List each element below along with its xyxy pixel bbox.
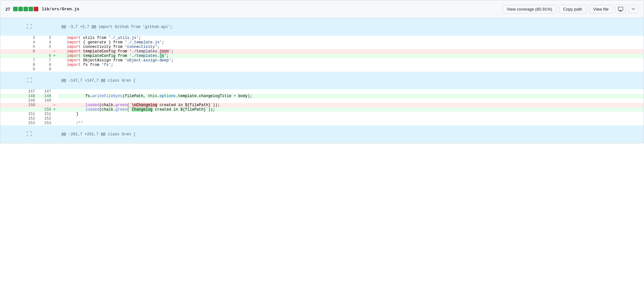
- line-num-old: 147: [0, 89, 35, 94]
- line-code: import utils from './_utils.js';: [58, 36, 644, 40]
- line-sign: [51, 63, 58, 67]
- line-sign: [51, 116, 58, 121]
- table-row: 6 + import templateConfig from './templa…: [0, 54, 644, 58]
- line-sign: [51, 98, 58, 103]
- line-code: import connectivity from 'connectivity';: [58, 45, 644, 49]
- line-num-old: 5: [0, 45, 35, 49]
- hunk-header-text-3: @@ -201,7 +201,7 @@ class Gren {: [35, 125, 644, 143]
- chevron-down-icon: [631, 6, 636, 12]
- file-path: lib/src/Gren.js: [41, 7, 79, 12]
- table-row: 152 152: [0, 116, 644, 121]
- display-icon: [618, 6, 623, 12]
- line-code: loaded(chalk.green(`Changelog created in…: [58, 107, 644, 112]
- line-code: loaded(chalk.green(`\nChangelog created …: [58, 103, 644, 107]
- table-row: 6 - import templateConfig from './templa…: [0, 49, 644, 54]
- display-mode-button[interactable]: [615, 5, 626, 14]
- table-row: 150 - loaded(chalk.green(`\nChangelog cr…: [0, 103, 644, 107]
- view-file-button[interactable]: View file: [589, 5, 613, 14]
- hunk-header-2: ⛶ @@ -147,7 +147,7 @@ class Gren {: [0, 72, 644, 89]
- line-num-old: 148: [0, 94, 35, 98]
- line-sign: -: [51, 103, 58, 107]
- hunk-header-3: ⛶ @@ -201,7 +201,7 @@ class Gren {: [0, 125, 644, 143]
- file-header-right: View coverage (80.91%) Copy path View fi…: [502, 5, 639, 14]
- file-header-left: 27 lib/src/Gren.js: [5, 7, 79, 12]
- line-code: fs.writeFileSync(filePath, this.options.…: [58, 94, 644, 98]
- line-num-old: 153: [0, 121, 35, 125]
- copy-path-button[interactable]: Copy path: [559, 5, 586, 14]
- table-row: 5 5 import connectivity from 'connectivi…: [0, 45, 644, 49]
- line-num-new: 151: [35, 112, 51, 116]
- line-num-new: 8: [35, 63, 51, 67]
- view-coverage-button[interactable]: View coverage (80.91%): [502, 5, 556, 14]
- line-num-old: 151: [0, 112, 35, 116]
- line-num-old: 4: [0, 40, 35, 45]
- line-num-new: 9: [35, 67, 51, 72]
- line-sign: +: [51, 54, 58, 58]
- coverage-dot-3: [23, 7, 28, 11]
- table-row: 9 9: [0, 67, 644, 72]
- table-row: 151 151 }: [0, 112, 644, 116]
- line-num-old: 9: [0, 67, 35, 72]
- hunk-expand-icon-1[interactable]: ⛶: [0, 18, 35, 36]
- line-code: [58, 116, 644, 121]
- line-code: import { generate } from './_template.js…: [58, 40, 644, 45]
- hunk-header-1: ⛶ @@ -3,7 +3,7 @@ import Github from 'gi…: [0, 18, 644, 36]
- table-row: 149 149: [0, 98, 644, 103]
- line-code: [58, 89, 644, 94]
- line-num-new: 150: [35, 107, 51, 112]
- line-sign: +: [51, 107, 58, 112]
- line-num-old: 149: [0, 98, 35, 103]
- line-code: [58, 67, 644, 72]
- line-sign: [51, 89, 58, 94]
- hunk-header-text-1: @@ -3,7 +3,7 @@ import Github from 'gith…: [35, 18, 644, 36]
- line-code: import templateConfig from './templates.…: [58, 54, 644, 58]
- table-row: 147 147: [0, 89, 644, 94]
- coverage-dot-2: [18, 7, 23, 11]
- line-sign: [51, 67, 58, 72]
- table-row: 3 3 import utils from './_utils.js';: [0, 36, 644, 40]
- line-num-new: 3: [35, 36, 51, 40]
- hunk-expand-icon-3[interactable]: ⛶: [0, 125, 35, 143]
- expand-collapse-button[interactable]: [628, 5, 639, 14]
- line-num-new: 152: [35, 116, 51, 121]
- line-num-new: 149: [35, 98, 51, 103]
- line-sign: [51, 112, 58, 116]
- line-sign: [51, 121, 58, 125]
- table-row: 8 8 import fs from 'fs';: [0, 63, 644, 67]
- table-row: 7 7 import ObjectAssign from 'object-ass…: [0, 58, 644, 63]
- line-code: /**: [58, 121, 644, 125]
- table-row: 150 + loaded(chalk.green(`Changelog crea…: [0, 107, 644, 112]
- coverage-dots: [13, 7, 38, 11]
- line-num-old: [0, 107, 35, 112]
- line-num-new: 147: [35, 89, 51, 94]
- line-num-old: 3: [0, 36, 35, 40]
- line-sign: [51, 94, 58, 98]
- table-row: 4 4 import { generate } from './_templat…: [0, 40, 644, 45]
- change-count: 27: [5, 7, 10, 12]
- line-sign: [51, 36, 58, 40]
- line-num-new: 4: [35, 40, 51, 45]
- hunk-expand-icon-2[interactable]: ⛶: [0, 72, 35, 89]
- line-num-old: 8: [0, 63, 35, 67]
- line-num-old: 6: [0, 49, 35, 54]
- line-sign: [51, 40, 58, 45]
- line-num-new: 6: [35, 54, 51, 58]
- table-row: 153 153 /**: [0, 121, 644, 125]
- line-num-old: 152: [0, 116, 35, 121]
- table-row: 148 148 fs.writeFileSync(filePath, this.…: [0, 94, 644, 98]
- line-sign: -: [51, 49, 58, 54]
- line-num-new: 7: [35, 58, 51, 63]
- line-num-old: 150: [0, 103, 35, 107]
- coverage-dot-1: [13, 7, 18, 11]
- file-header: 27 lib/src/Gren.js View coverage (80.91%…: [0, 0, 644, 18]
- hunk-header-text-2: @@ -147,7 +147,7 @@ class Gren {: [35, 72, 644, 89]
- line-num-old: [0, 54, 35, 58]
- diff-table: ⛶ @@ -3,7 +3,7 @@ import Github from 'gi…: [0, 18, 644, 143]
- line-num-new: 5: [35, 45, 51, 49]
- file-diff-container: 27 lib/src/Gren.js View coverage (80.91%…: [0, 0, 644, 143]
- line-num-new: 148: [35, 94, 51, 98]
- line-code: }: [58, 112, 644, 116]
- line-code: [58, 98, 644, 103]
- line-code: import fs from 'fs';: [58, 63, 644, 67]
- line-sign: [51, 45, 58, 49]
